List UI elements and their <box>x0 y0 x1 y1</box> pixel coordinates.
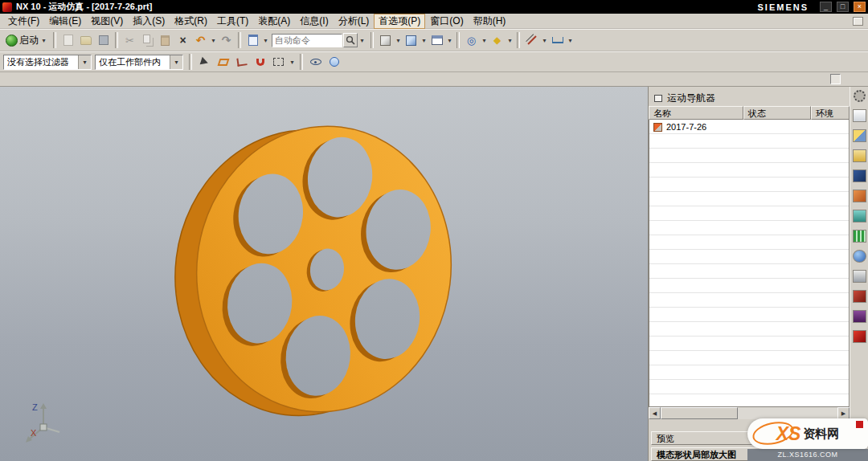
column-header-environment[interactable]: 环境 <box>811 106 850 120</box>
chevron-down-icon[interactable]: ▾ <box>395 37 402 44</box>
scroll-left-icon[interactable]: ◀ <box>649 407 661 419</box>
chevron-down-icon[interactable]: ▾ <box>481 37 488 44</box>
edge-filter-button[interactable] <box>233 53 250 71</box>
visualization-icon[interactable] <box>853 210 866 222</box>
measure-button[interactable] <box>523 31 540 49</box>
menu-file[interactable]: 文件(F) <box>3 14 44 29</box>
wheel-model[interactable] <box>0 87 648 461</box>
rect-select-button[interactable] <box>270 53 287 71</box>
chevron-down-icon[interactable]: ▾ <box>170 55 182 69</box>
menu-assemblies[interactable]: 装配(A) <box>253 14 295 29</box>
window-layout-button[interactable] <box>428 31 445 49</box>
key-shortcut-button[interactable]: ◆ <box>489 31 506 49</box>
chevron-down-icon[interactable]: ▾ <box>289 59 296 66</box>
navigator-title: 运动导航器 <box>667 92 715 105</box>
minimize-button[interactable]: _ <box>820 2 832 12</box>
part-navigator-icon[interactable] <box>853 109 866 122</box>
selection-scope-combo[interactable]: 仅在工作部件内 ▾ <box>95 55 183 70</box>
tree-row-simulation[interactable]: 2017-7-26 <box>649 120 849 134</box>
chevron-down-icon[interactable]: ▾ <box>446 37 453 44</box>
process-icon[interactable] <box>853 190 866 202</box>
menu-help[interactable]: 帮助(H) <box>469 14 511 29</box>
panel-pin-button[interactable] <box>830 74 841 84</box>
delete-button[interactable]: × <box>174 31 191 49</box>
redo-button[interactable]: ↷ <box>218 31 235 49</box>
triad-z-label: Z <box>32 402 38 412</box>
dimension-icon <box>552 37 563 43</box>
browser-icon[interactable] <box>853 270 866 283</box>
view-triad: Z X <box>18 400 69 447</box>
orient-view-icon <box>406 35 416 46</box>
touch-icon[interactable] <box>853 330 866 343</box>
shaded-view-button[interactable] <box>377 31 394 49</box>
menu-window[interactable]: 窗口(O) <box>425 14 468 29</box>
undo-button[interactable]: ↶ <box>192 31 209 49</box>
paste-button[interactable] <box>157 31 174 49</box>
paste-icon <box>161 35 170 46</box>
save-button[interactable] <box>95 31 112 49</box>
orient-view-button[interactable] <box>403 31 420 49</box>
watermark: XS 资料网 ZL.XS1616.COM <box>747 418 868 461</box>
menu-tools[interactable]: 工具(T) <box>212 14 253 29</box>
visibility-button[interactable] <box>307 53 324 71</box>
assembly-navigator-icon[interactable] <box>853 129 866 142</box>
repeat-command-button[interactable] <box>244 31 261 49</box>
column-header-status[interactable]: 状态 <box>743 106 811 120</box>
close-button[interactable]: × <box>854 2 866 12</box>
dimension-button[interactable] <box>549 31 566 49</box>
cut-button[interactable]: ✂ <box>121 31 138 49</box>
reuse-library-icon[interactable] <box>853 149 866 162</box>
chevron-down-icon[interactable]: ▾ <box>506 37 514 44</box>
plot-chart-icon[interactable] <box>853 230 866 243</box>
chevron-down-icon[interactable]: ▾ <box>420 37 428 44</box>
new-file-button[interactable] <box>59 31 76 49</box>
menu-format[interactable]: 格式(R) <box>170 14 212 29</box>
maximize-button[interactable]: □ <box>837 2 849 12</box>
selection-filter-combo[interactable]: 没有选择过滤器 ▾ <box>3 55 92 70</box>
window-title: NX 10 - 运动仿真 - [2017-7-26.prt] <box>16 1 152 13</box>
navigator-panel-icon[interactable] <box>654 95 662 102</box>
menu-analysis[interactable]: 分析(L) <box>334 14 375 29</box>
pointer-select-button[interactable] <box>196 53 213 71</box>
magnet-snap-icon <box>256 59 264 66</box>
manufacturing-icon[interactable] <box>853 310 866 323</box>
navigator-column-headers: 名称 状态 环境 <box>649 106 850 120</box>
search-button[interactable] <box>343 33 358 47</box>
menu-insert[interactable]: 插入(S) <box>128 14 170 29</box>
column-header-name[interactable]: 名称 <box>649 106 743 120</box>
constraint-navigator-icon[interactable] <box>853 169 866 182</box>
open-button[interactable] <box>77 31 94 49</box>
delete-icon: × <box>179 34 186 47</box>
globe-button[interactable] <box>326 53 342 71</box>
info-sphere-icon[interactable] <box>853 250 866 263</box>
chevron-down-icon[interactable]: ▾ <box>262 37 269 44</box>
copy-button[interactable] <box>139 31 156 49</box>
main-area: Z X 运动导航器 名称 状态 环境 2017-7-26 ◀ <box>0 87 868 461</box>
snap-target-button[interactable]: ◎ <box>463 31 480 49</box>
resource-bar <box>850 87 868 461</box>
scrollbar-track[interactable] <box>738 407 837 419</box>
document-restore-icon[interactable] <box>853 17 863 26</box>
chevron-down-icon[interactable]: ▾ <box>358 37 366 44</box>
navigator-hscrollbar[interactable]: ◀ ▶ <box>649 407 850 419</box>
gear-icon[interactable] <box>854 90 866 102</box>
graphics-viewport[interactable]: Z X <box>0 87 648 461</box>
history-icon[interactable] <box>853 290 866 303</box>
chevron-down-icon[interactable]: ▾ <box>567 37 574 44</box>
chevron-down-icon[interactable]: ▾ <box>541 37 548 44</box>
magnet-snap-button[interactable] <box>252 53 268 71</box>
menu-preferences[interactable]: 首选项(P) <box>374 14 425 29</box>
chevron-down-icon[interactable]: ▾ <box>78 55 91 69</box>
menu-edit[interactable]: 编辑(E) <box>44 14 86 29</box>
plane-filter-icon <box>217 59 229 66</box>
chevron-down-icon[interactable]: ▾ <box>210 37 217 44</box>
menu-information[interactable]: 信息(I) <box>295 14 333 29</box>
navigator-tree[interactable]: 2017-7-26 <box>649 120 850 407</box>
scissors-icon: ✂ <box>125 35 134 47</box>
menu-view[interactable]: 视图(V) <box>86 14 128 29</box>
scroll-right-icon[interactable]: ▶ <box>837 407 850 419</box>
plane-filter-button[interactable] <box>215 53 231 71</box>
launch-menu-button[interactable]: 启动 ▾ <box>3 33 50 48</box>
scrollbar-thumb[interactable] <box>661 407 738 419</box>
command-finder-input[interactable] <box>272 34 342 47</box>
